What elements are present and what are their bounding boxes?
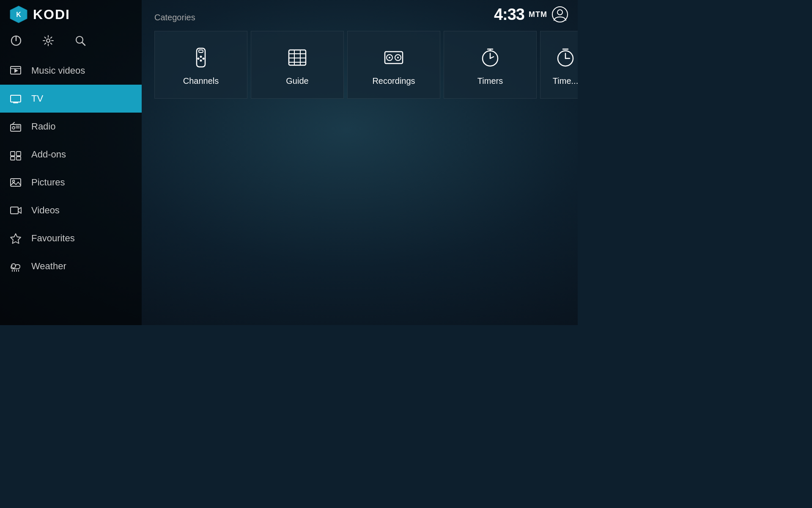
category-card-timers2[interactable]: Time... xyxy=(540,31,578,99)
sidebar-item-radio-label: Radio xyxy=(31,121,55,132)
sidebar-item-favourites[interactable]: Favourites xyxy=(0,224,142,252)
svg-point-4 xyxy=(47,39,50,42)
guide-icon xyxy=(284,44,311,71)
category-card-guide[interactable]: Guide xyxy=(251,31,344,99)
tv-icon xyxy=(8,91,23,106)
kodi-logo-icon: K xyxy=(8,4,29,25)
toolbar xyxy=(0,29,142,57)
music-video-icon xyxy=(8,64,23,78)
svg-point-38 xyxy=(198,58,200,60)
sidebar-item-videos-label: Videos xyxy=(31,205,60,216)
radio-icon xyxy=(8,119,23,134)
sidebar-item-music-videos[interactable]: Music videos xyxy=(0,57,142,85)
category-card-timers[interactable]: Timers xyxy=(444,31,537,99)
settings-button[interactable] xyxy=(41,33,56,48)
svg-point-39 xyxy=(203,58,205,60)
svg-rect-20 xyxy=(11,157,15,160)
timers-icon xyxy=(477,44,504,71)
sidebar-item-pictures-label: Pictures xyxy=(31,177,65,188)
pictures-icon xyxy=(8,175,23,190)
category-card-recordings[interactable]: Recordings xyxy=(347,31,440,99)
svg-rect-35 xyxy=(199,50,203,52)
svg-point-14 xyxy=(12,127,15,129)
svg-rect-21 xyxy=(16,157,21,160)
svg-marker-25 xyxy=(18,207,21,213)
main-content: Categories Channels xyxy=(142,0,578,325)
nav-items: Music videos TV xyxy=(0,57,142,325)
sidebar-item-pictures[interactable]: Pictures xyxy=(0,168,142,196)
guide-label: Guide xyxy=(286,76,308,86)
timers2-icon xyxy=(552,44,578,71)
svg-rect-19 xyxy=(16,152,21,156)
svg-point-49 xyxy=(389,57,390,58)
mtm-icon: MTM xyxy=(529,5,547,24)
svg-rect-22 xyxy=(11,179,21,186)
svg-rect-18 xyxy=(11,152,15,156)
svg-marker-8 xyxy=(14,69,18,73)
timers2-label: Time... xyxy=(553,76,578,86)
svg-text:K: K xyxy=(16,11,21,18)
app-title: KODI xyxy=(33,7,70,22)
videos-icon xyxy=(8,203,23,218)
sidebar-item-weather[interactable]: Weather xyxy=(0,252,142,280)
svg-point-33 xyxy=(557,10,562,15)
search-button[interactable] xyxy=(73,33,88,48)
sidebar-item-add-ons-label: Add-ons xyxy=(31,149,66,160)
sidebar-item-tv-label: TV xyxy=(31,93,43,104)
sidebar-item-radio[interactable]: Radio xyxy=(0,113,142,141)
sidebar-item-tv[interactable]: TV xyxy=(0,85,142,113)
svg-point-5 xyxy=(76,36,83,43)
logo-area: K KODI xyxy=(0,0,142,29)
svg-marker-26 xyxy=(11,234,21,243)
recordings-icon xyxy=(380,44,407,71)
svg-point-50 xyxy=(397,57,399,58)
timers-label: Timers xyxy=(477,76,503,86)
category-grid: Channels Guide xyxy=(154,31,565,99)
profile-icon[interactable] xyxy=(551,5,569,24)
favourites-icon xyxy=(8,231,23,246)
svg-point-37 xyxy=(200,59,202,61)
sidebar-item-weather-label: Weather xyxy=(31,261,66,272)
power-button[interactable] xyxy=(8,33,24,48)
clock-display: 4:33 xyxy=(494,6,524,24)
svg-rect-24 xyxy=(11,207,18,214)
svg-point-36 xyxy=(200,55,202,58)
addons-icon xyxy=(8,147,23,162)
sidebar-item-favourites-label: Favourites xyxy=(31,233,75,244)
weather-icon xyxy=(8,259,23,273)
header-right: 4:33 MTM xyxy=(486,0,578,29)
channels-label: Channels xyxy=(183,76,219,86)
recordings-label: Recordings xyxy=(372,76,415,86)
remote-icon xyxy=(187,44,214,71)
sidebar-item-music-videos-label: Music videos xyxy=(31,65,85,76)
category-card-channels[interactable]: Channels xyxy=(154,31,247,99)
header-icons: MTM xyxy=(529,5,569,24)
svg-rect-10 xyxy=(11,95,21,102)
svg-point-23 xyxy=(13,180,15,182)
sidebar-item-add-ons[interactable]: Add-ons xyxy=(0,141,142,168)
svg-line-6 xyxy=(82,43,85,46)
sidebar-item-videos[interactable]: Videos xyxy=(0,196,142,224)
sidebar: K KODI xyxy=(0,0,142,325)
svg-rect-46 xyxy=(385,52,403,64)
